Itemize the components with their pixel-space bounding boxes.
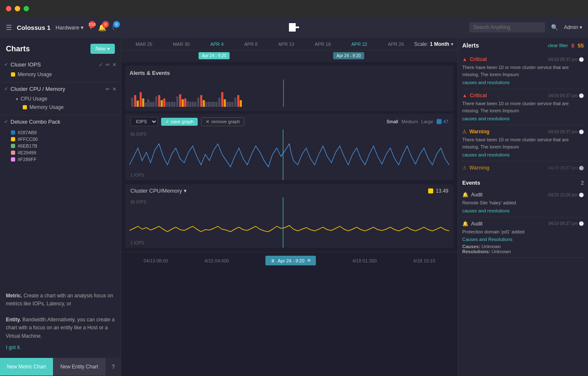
alert-time-2: 04/19 09:37 pm 🕐 (548, 93, 584, 98)
clock-icon: 🕐 (579, 166, 584, 170)
cpu-value: 13.49 (436, 188, 448, 194)
save-graph-button[interactable]: ✓ save graph (161, 118, 198, 126)
maximize-btn[interactable] (24, 6, 29, 11)
chart-vertical-line (283, 79, 284, 107)
new-entity-chart-button[interactable]: New Entity Chart (53, 358, 106, 376)
chart-item-memory-usage-1[interactable]: Memory Usage (4, 70, 117, 79)
edit-icon[interactable]: ✏ (106, 62, 110, 68)
clock-icon: 🕐 (579, 221, 584, 226)
timeline-markers: Apr 24 - 9:20 Apr 24 - 9:20 (121, 50, 458, 62)
metric-label: Metric. (6, 293, 22, 299)
color-swatch (437, 119, 442, 124)
audit-label-1: Audit (471, 192, 482, 198)
audit-resolutions: Resolutions: Unknown (462, 249, 584, 254)
check-icon: ✓ (165, 119, 169, 124)
color-swatch (11, 144, 15, 148)
alert-text-3: There have been 10 or more cluster servi… (462, 136, 584, 150)
minimize-btn[interactable] (15, 6, 20, 11)
bottom-timeline: 04/13 08:00 4/15 04:400 ⏸ Apr 24 - 9:20 … (121, 252, 458, 269)
search-input[interactable] (469, 22, 545, 32)
info-box: Metric. Create a chart with an analysis … (0, 286, 121, 357)
iops-select[interactable]: IOPS (130, 117, 158, 126)
bell-icon: 🔔 (462, 221, 469, 227)
alerts-icon[interactable]: 🔔 8 (98, 24, 106, 32)
chart-item-cpu-usage[interactable]: ▾ CPU Usage (4, 95, 117, 103)
sidebar: Charts New ▾ ✓ Cluser IOPS ✓ ✏ ✕ Memory … (0, 38, 121, 376)
moon-icon[interactable]: ☾ 8 (111, 24, 117, 32)
size-medium[interactable]: Medium (401, 119, 418, 124)
color-swatch (428, 188, 433, 193)
warning-label-1: Warning (469, 129, 490, 135)
moon-badge: 8 (113, 21, 120, 28)
cpu-memory-chart-svg (130, 199, 449, 245)
hamburger-icon[interactable]: ☰ (6, 24, 12, 32)
critical-icon: ▲ (462, 93, 467, 98)
audit-time-2: 04/19 09:37 pm 🕐 (548, 221, 584, 226)
audit-text-1: Remote Site 'haley' added (462, 199, 584, 207)
chevron-down-icon: ▾ (81, 24, 84, 31)
search-icon: 🔍 (551, 24, 558, 31)
close-icon[interactable]: ✕ (112, 62, 117, 68)
color-swatch (11, 157, 15, 162)
navbar-left: ☰ Colossus 1 Hardware ▾ ♥ 2/10 🔔 8 ☾ 8 (6, 24, 117, 32)
check-icon: ✓ (4, 119, 8, 124)
scale-control[interactable]: Scale: 1 Month ▾ (414, 41, 453, 47)
hardware-menu[interactable]: Hardware ▾ (56, 24, 84, 31)
alert-count-red: 8 (571, 42, 574, 49)
clear-filter-link[interactable]: clear filter (548, 43, 568, 48)
alert-item-warning-2: ⚠ Warning 04/19 09:37 pm 🕐 (462, 162, 584, 176)
app-logo (289, 23, 299, 32)
timeline-marker-1: Apr 24 - 9:20 (199, 52, 230, 59)
entity-label: Entity. (6, 317, 21, 323)
color-swatch (11, 72, 15, 77)
help-button[interactable]: ? (106, 357, 121, 376)
group-name-iops: Cluser IOPS (11, 61, 96, 68)
admin-menu[interactable]: Admin ▾ (564, 24, 582, 30)
edit-icon[interactable]: ✏ (106, 86, 110, 92)
bar-chart (130, 79, 449, 107)
chart-vertical-line (283, 197, 283, 248)
events-section-header: Events 2 (462, 176, 584, 188)
combo-item-5: #F289FF (11, 156, 117, 163)
clock-icon: 🕐 (579, 193, 584, 197)
active-time-indicator[interactable]: ⏸ Apr 24 - 9:20 ✛ (265, 256, 316, 265)
cpu-memory-panel: Cluster CPU/Memory ▾ 13.49 56 IOPS 1 IOP… (125, 184, 453, 248)
new-button[interactable]: New ▾ (90, 44, 115, 54)
chart-vertical-line (283, 130, 283, 180)
alert-text-1: There have been 10 or more cluster servi… (462, 64, 584, 78)
cpu-memory-title[interactable]: Cluster CPU/Memory ▾ (130, 188, 187, 194)
main-content: MAR 25 MAR 30 APR 4 APR 8 APR 13 APR 18 … (121, 38, 458, 376)
events-title: Events (462, 180, 577, 186)
close-btn[interactable] (6, 6, 11, 11)
got-it-link[interactable]: I got it. (6, 344, 21, 352)
check-action-icon[interactable]: ✓ (99, 62, 103, 68)
close-icon[interactable]: ✕ (112, 86, 117, 92)
iops-chart: 56 IOPS 1 IOPS (125, 130, 453, 180)
clock-icon: 🕐 (579, 57, 584, 62)
alert-time-1: 04/19 09:37 pm 🕐 (548, 57, 584, 62)
warning-label-2: Warning (469, 165, 490, 171)
critical-label-1: Critical (470, 56, 487, 62)
alert-link-2[interactable]: causes and resolutions (462, 116, 510, 121)
size-small[interactable]: Small (387, 119, 398, 124)
cpu-memory-chart: 56 IOPS 1 IOPS (125, 197, 453, 248)
size-large[interactable]: Large (421, 119, 433, 124)
alert-text-2: There have been 10 or more cluster servi… (462, 100, 584, 114)
audit-item-1: 🔔 Audit 04/19 10:26 pm 🕐 Remote Site 'ha… (462, 188, 584, 217)
chevron-down-icon: ▾ (451, 41, 453, 47)
combo-item-2: #FFCC00 (11, 136, 117, 143)
audit-link-2[interactable]: Causes and Resolutions (462, 237, 512, 242)
remove-graph-button[interactable]: ✕ remove graph (201, 117, 244, 126)
right-panel: Alerts clear filter 8 55 ▲ Critical 04/1… (458, 38, 588, 376)
chevron-down-icon: ▾ (580, 24, 582, 30)
alert-link-1[interactable]: causes and resolutions (462, 80, 510, 85)
chart-item-memory-usage-2[interactable]: Memory Usage (4, 103, 117, 111)
new-metric-chart-button[interactable]: New Metric Chart (0, 358, 53, 376)
chevron-down-icon: ▾ (107, 46, 110, 52)
timeline[interactable]: MAR 25 MAR 30 APR 4 APR 8 APR 13 APR 18 … (121, 38, 458, 50)
alert-badge: 8 (102, 21, 109, 28)
health-icon[interactable]: ♥ 2/10 (89, 24, 93, 31)
audit-link-1[interactable]: causes and resolutions (462, 208, 510, 213)
alert-link-3[interactable]: causes and resolutions (462, 152, 510, 157)
audit-label-2: Audit (471, 221, 482, 227)
